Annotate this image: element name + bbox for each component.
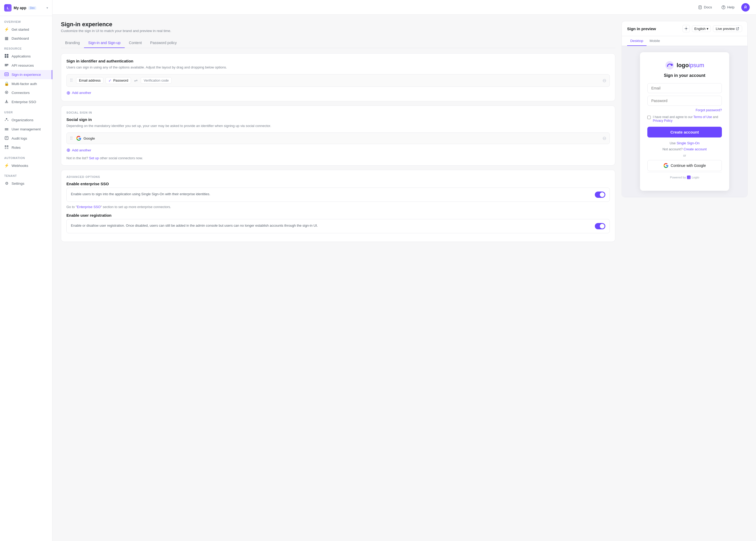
enterprise-sso-toggle[interactable] <box>595 192 605 198</box>
google-sign-in-button[interactable]: Continue with Google <box>647 160 722 171</box>
sidebar-item-audit-logs[interactable]: Audit logs <box>0 134 52 143</box>
sidebar-item-roles[interactable]: Roles <box>0 143 52 152</box>
enterprise-sso-link-text: Go to "Enterprise SSO" section to set up… <box>66 205 610 209</box>
language-selector[interactable]: English ▾ <box>692 25 711 32</box>
verification-code-chip: Verification code <box>141 77 171 84</box>
create-account-link[interactable]: Create account <box>684 147 707 151</box>
tab-content[interactable]: Content <box>125 38 146 48</box>
sidebar-item-label: Settings <box>12 182 24 186</box>
content-area: Sign-in experience Customize the sign in… <box>53 15 756 541</box>
svg-rect-0 <box>5 54 6 56</box>
sso-text: Use Single Sign-On <box>647 141 722 145</box>
sso-link[interactable]: Single Sign-On <box>677 141 700 145</box>
sidebar-item-label: Applications <box>12 54 31 58</box>
sidebar-item-label: User management <box>12 127 41 131</box>
svg-rect-24 <box>7 145 8 147</box>
not-account-text: Not account? Create account <box>647 147 722 151</box>
preview-header: Sign in preview English ▾ Live preview <box>622 21 747 36</box>
sidebar-item-label: Multi-factor auth <box>12 82 37 86</box>
svg-rect-1 <box>7 54 8 56</box>
email-input[interactable] <box>647 83 722 93</box>
main-area: Docs ? Help Й Sign-in experience Customi… <box>53 0 756 541</box>
preview-frame: logoipsum Sign in your account Forgot pa… <box>622 46 747 197</box>
sidebar-item-sign-in-experience[interactable]: Sign-in experience <box>0 70 52 79</box>
email-label: Email address <box>79 78 101 82</box>
remove-identifier-button[interactable]: ⊖ <box>602 78 606 83</box>
swap-icon[interactable]: ⇌ <box>134 78 138 83</box>
sidebar-item-organizations[interactable]: Organizations <box>0 116 52 125</box>
sidebar-item-label: API resources <box>12 64 34 67</box>
lightning-icon: ⚡ <box>4 27 9 32</box>
sidebar-item-applications[interactable]: Applications <box>0 52 52 61</box>
enterprise-sso-option: Enable users to sign into the applicatio… <box>66 188 610 202</box>
sidebar-item-settings[interactable]: ⚙ Settings <box>0 179 52 188</box>
svg-rect-20 <box>5 137 8 140</box>
sidebar-item-get-started[interactable]: ⚡ Get started <box>0 25 52 34</box>
tab-sign-in-sign-up[interactable]: Sign-in and Sign-up <box>84 38 125 48</box>
sidebar-item-connectors[interactable]: Connectors <box>0 88 52 97</box>
terms-checkbox[interactable] <box>647 116 651 119</box>
app-switcher-chevron-icon[interactable]: ▾ <box>46 6 48 10</box>
user-avatar[interactable]: Й <box>741 3 750 12</box>
social-sign-in-card: SOCIAL SIGN IN Social sign in Depending … <box>61 106 615 166</box>
add-identifier-button[interactable]: ⊕ Add another <box>66 90 610 96</box>
remove-google-button[interactable]: ⊖ <box>602 135 606 141</box>
svg-point-16 <box>7 120 8 121</box>
live-preview-button[interactable]: Live preview <box>713 25 742 32</box>
sidebar-item-label: Audit logs <box>12 137 27 140</box>
preview-footer: Powered by Logto <box>647 172 722 182</box>
svg-rect-18 <box>5 129 8 130</box>
drag-handle-google-icon[interactable]: ⠿ <box>70 136 73 141</box>
user-registration-title: Enable user registration <box>66 213 610 218</box>
sidebar-item-multi-factor-auth[interactable]: 🔒 Multi-factor auth <box>0 79 52 88</box>
sidebar-item-webhooks[interactable]: ⚡ Webhooks <box>0 161 52 170</box>
tab-password-policy[interactable]: Password policy <box>146 38 181 48</box>
section-label-tenant: TENANT <box>0 170 52 179</box>
set-up-link[interactable]: Set up <box>89 156 99 160</box>
sidebar-item-user-management[interactable]: User management <box>0 125 52 134</box>
preview-tab-mobile[interactable]: Mobile <box>647 36 663 46</box>
sidebar-item-api-resources[interactable]: API resources <box>0 61 52 70</box>
logto-footer-logo <box>687 176 691 179</box>
add-social-icon: ⊕ <box>66 147 70 153</box>
svg-rect-4 <box>5 64 8 65</box>
sidebar-item-dashboard[interactable]: ▦ Dashboard <box>0 34 52 43</box>
preview-panel: Sign in preview English ▾ Live preview <box>622 21 748 197</box>
advanced-options-card: ADVANCED OPTIONS Enable enterprise SSO E… <box>61 170 615 242</box>
docs-button[interactable]: Docs <box>695 4 715 11</box>
password-input[interactable] <box>647 96 722 106</box>
privacy-link[interactable]: Privacy Policy <box>653 119 673 123</box>
add-social-button[interactable]: ⊕ Add another <box>66 147 610 153</box>
page-title: Sign-in experience <box>61 21 615 28</box>
help-button[interactable]: ? Help <box>719 4 737 11</box>
create-account-button[interactable]: Create account <box>647 127 722 138</box>
preview-tab-desktop[interactable]: Desktop <box>627 36 647 46</box>
preview-sign-in-card: logoipsum Sign in your account Forgot pa… <box>640 52 729 191</box>
language-label: English <box>694 27 706 31</box>
forgot-password-link[interactable]: Forgot password? <box>647 108 722 112</box>
google-logo-icon <box>76 136 81 141</box>
sign-in-identifier-card: Sign in identifier and authentication Us… <box>61 53 615 101</box>
tab-branding[interactable]: Branding <box>61 38 84 48</box>
password-label: Password <box>113 78 128 82</box>
sidebar-item-label: Webhooks <box>12 164 28 168</box>
svg-point-10 <box>6 92 7 93</box>
drag-handle-icon[interactable]: ⠿ <box>70 78 73 83</box>
enterprise-icon <box>4 99 9 104</box>
google-connector-row: ⠿ Google ⊖ <box>66 133 610 144</box>
theme-toggle-button[interactable] <box>683 25 690 32</box>
logs-icon <box>4 136 9 141</box>
svg-rect-6 <box>5 66 7 66</box>
svg-point-38 <box>671 64 673 66</box>
svg-rect-11 <box>5 102 8 103</box>
enterprise-sso-link[interactable]: Enterprise SSO <box>77 205 101 209</box>
add-icon: ⊕ <box>66 90 70 96</box>
enterprise-sso-title: Enable enterprise SSO <box>66 182 610 186</box>
svg-rect-23 <box>5 145 6 147</box>
sidebar-logo-area[interactable]: L My app Dev ▾ <box>0 0 52 16</box>
section-label-user: USER <box>0 107 52 116</box>
help-label: Help <box>727 5 734 9</box>
user-registration-toggle[interactable] <box>595 223 605 229</box>
terms-link[interactable]: Terms of Use <box>694 115 712 119</box>
sidebar-item-enterprise-sso[interactable]: Enterprise SSO <box>0 97 52 107</box>
